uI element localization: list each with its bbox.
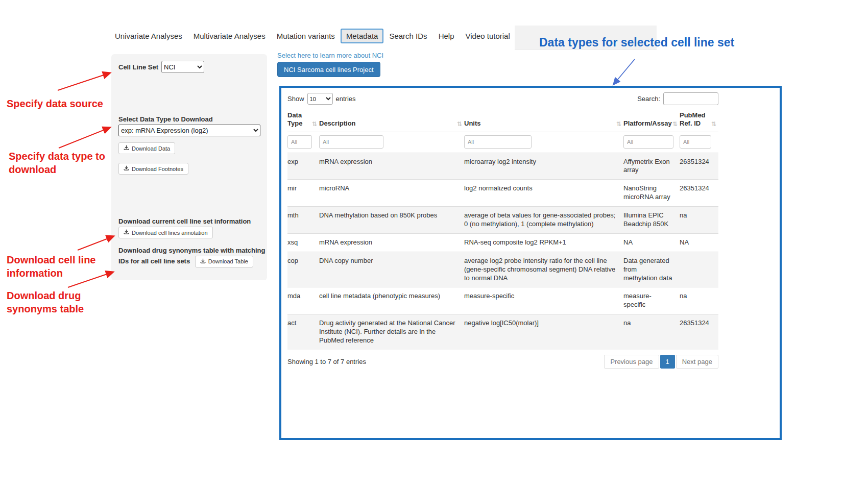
sort-icon[interactable]: ⇅	[672, 120, 678, 128]
pagination: Previous page 1 Next page	[604, 355, 718, 369]
table-row: mir microRNA log2 normalized counts Nano…	[287, 180, 718, 207]
download-panel: Cell Line Set NCI Select Data Type to Do…	[111, 54, 267, 280]
cell-units: measure-specific	[464, 287, 623, 314]
table-summary: Showing 1 to 7 of 7 entries	[287, 358, 366, 365]
cell-units: average of beta values for gene-associat…	[464, 207, 623, 234]
cell-units: average log2 probe intensity ratio for t…	[464, 252, 623, 287]
pagination-next-button[interactable]: Next page	[676, 355, 718, 369]
cell-line-info-heading: Download current cell line set informati…	[118, 217, 251, 225]
search-label: Search:	[637, 95, 660, 103]
download-data-button[interactable]: Download Data	[118, 142, 175, 154]
cell-data-type: cop	[287, 252, 319, 287]
red-arrow-2	[59, 128, 110, 148]
column-header-platform-assay[interactable]: Platform/Assay⇅	[623, 109, 680, 132]
cell-units: microarray log2 intensity	[464, 153, 623, 180]
download-data-label: Download Data	[132, 145, 170, 152]
column-header-pubmed-ref-id[interactable]: PubMed Ref. ID⇅	[680, 109, 718, 132]
cell-description: mRNA expression	[319, 233, 464, 252]
cell-units: RNA-seq composite log2 RPKM+1	[464, 233, 623, 252]
entries-label: entries	[336, 95, 356, 103]
cell-description: microRNA	[319, 180, 464, 207]
top-nav: Univariate Analyses Multivariate Analyse…	[109, 29, 516, 43]
filter-input-data-type[interactable]	[287, 135, 312, 149]
cell-description: DNA copy number	[319, 252, 464, 287]
download-icon	[124, 229, 129, 236]
cell-pubmed: NA	[680, 233, 718, 252]
sort-icon[interactable]: ⇅	[616, 120, 621, 128]
table-row: mth DNA methylation based on 850K probes…	[287, 207, 718, 234]
download-table-label: Download Table	[208, 258, 248, 264]
nav-tab-metadata[interactable]: Metadata	[341, 29, 384, 43]
column-header-units[interactable]: Units⇅	[464, 109, 623, 132]
cell-line-set-select[interactable]: NCI	[161, 61, 204, 73]
cell-data-type: act	[287, 314, 319, 350]
cell-platform: measure-specific	[623, 287, 680, 314]
project-button[interactable]: NCI Sarcoma cell lines Project	[277, 62, 380, 77]
sort-icon[interactable]: ⇅	[312, 120, 317, 128]
annotation-specify-data-type: Specify data type to download	[9, 150, 118, 176]
pagination-current-page[interactable]: 1	[660, 355, 675, 369]
search-input[interactable]	[663, 92, 718, 105]
cell-units: negative log[IC50(molar)]	[464, 314, 623, 350]
cell-platform: Illumina EPIC Beadchip 850K	[623, 207, 680, 234]
drug-synonyms-heading: Download drug synonyms table with matchi…	[118, 246, 266, 267]
filter-input-platform[interactable]	[623, 135, 673, 149]
data-type-label: Select Data Type to Download	[118, 115, 213, 123]
cell-pubmed	[680, 252, 718, 287]
download-icon	[124, 165, 129, 172]
download-icon	[200, 258, 206, 265]
nav-tab-video-tutorial[interactable]: Video tutorial	[460, 29, 515, 43]
cell-description: DNA methylation based on 850K probes	[319, 207, 464, 234]
column-header-data-type[interactable]: Data Type⇅	[287, 109, 319, 132]
download-table-button[interactable]: Download Table	[195, 256, 253, 267]
cell-data-type: mda	[287, 287, 319, 314]
sort-icon[interactable]: ⇅	[457, 120, 462, 128]
annotation-download-drug-synonyms: Download drug synonyms table	[7, 289, 99, 315]
cell-platform: na	[623, 314, 680, 350]
cell-description: cell line metadata (phenotypic measures)	[319, 287, 464, 314]
cell-pubmed: na	[680, 207, 718, 234]
nav-tab-mutation-variants[interactable]: Mutation variants	[271, 29, 341, 43]
filter-input-description[interactable]	[319, 135, 383, 149]
annotation-data-types-heading: Data types for selected cell line set	[539, 36, 734, 50]
download-annotation-label: Download cell lines annotation	[132, 230, 208, 236]
cell-platform: NA	[623, 233, 680, 252]
cell-data-type: exp	[287, 153, 319, 180]
download-cell-lines-annotation-button[interactable]: Download cell lines annotation	[118, 227, 213, 238]
cell-platform: Affymetrix Exon array	[623, 153, 680, 180]
nav-tab-help[interactable]: Help	[433, 29, 460, 43]
cell-platform: NanoString microRNA array	[623, 180, 680, 207]
cell-data-type: mth	[287, 207, 319, 234]
nav-tab-search-ids[interactable]: Search IDs	[383, 29, 432, 43]
nav-tab-univariate-analyses[interactable]: Univariate Analyses	[109, 29, 188, 43]
cell-units: log2 normalized counts	[464, 180, 623, 207]
table-row: act Drug activity generated at the Natio…	[287, 314, 718, 350]
filter-input-pubmed[interactable]	[680, 135, 711, 149]
data-type-select[interactable]: exp: mRNA Expression (log2)	[118, 125, 260, 136]
cell-description: Drug activity generated at the National …	[319, 314, 464, 350]
sort-icon[interactable]: ⇅	[711, 120, 716, 128]
annotation-download-cell-line-info: Download cell line information	[7, 253, 106, 280]
nav-tab-multivariate-analyses[interactable]: Multivariate Analyses	[188, 29, 271, 43]
filter-input-units[interactable]	[464, 135, 532, 149]
cell-data-type: mir	[287, 180, 319, 207]
table-row: xsq mRNA expression RNA-seq composite lo…	[287, 233, 718, 252]
pagination-previous-button[interactable]: Previous page	[604, 355, 659, 369]
table-body: exp mRNA expression microarray log2 inte…	[287, 153, 718, 350]
cell-description: mRNA expression	[319, 153, 464, 180]
download-footnotes-label: Download Footnotes	[132, 166, 183, 172]
cell-pubmed: na	[680, 287, 718, 314]
cell-pubmed: 26351324	[680, 314, 718, 350]
download-footnotes-button[interactable]: Download Footnotes	[118, 163, 188, 175]
blue-arrow	[614, 59, 635, 84]
table-row: mda cell line metadata (phenotypic measu…	[287, 287, 718, 314]
red-arrow-3	[78, 236, 113, 250]
learn-more-link[interactable]: Select here to learn more about NCI	[277, 52, 383, 59]
data-types-table: Data Type⇅ Description⇅ Units⇅ Platform/…	[287, 109, 718, 350]
cell-data-type: xsq	[287, 233, 319, 252]
column-header-description[interactable]: Description⇅	[319, 109, 464, 132]
show-entries-select[interactable]: 10	[307, 93, 333, 105]
data-types-table-box: Show 10 entries Search: Data Type⇅ Descr…	[279, 86, 782, 440]
red-arrow-1	[58, 73, 110, 90]
cell-platform: Data generated from methylation data	[623, 252, 680, 287]
